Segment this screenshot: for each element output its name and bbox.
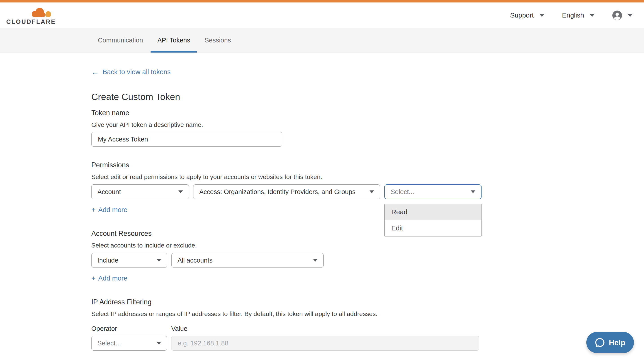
ip-value-input[interactable] (171, 336, 479, 350)
brand-accent-bar (0, 0, 644, 3)
resource-accounts-select[interactable]: All accounts (172, 253, 324, 268)
value-label: Value (171, 324, 187, 333)
cloudflare-cloud-icon (29, 6, 52, 18)
chevron-down-icon (156, 259, 161, 262)
menu-option-edit[interactable]: Edit (384, 220, 481, 236)
account-resources-section: Account Resources Select accounts to inc… (91, 229, 644, 282)
cloudflare-logo: CLOUDFLARE (6, 6, 52, 25)
permissions-heading: Permissions (91, 161, 644, 169)
resource-accounts-value: All accounts (178, 257, 212, 264)
add-more-permissions-link[interactable]: + Add more (91, 205, 128, 214)
plus-icon: + (91, 206, 96, 213)
cloudflare-logo-text: CLOUDFLARE (6, 19, 56, 25)
tab-communication[interactable]: Communication (91, 28, 150, 53)
account-resources-heading: Account Resources (91, 229, 644, 238)
menu-option-read[interactable]: Read (384, 204, 481, 220)
chevron-down-icon (539, 14, 544, 17)
permission-level-select[interactable]: Select... (384, 184, 482, 199)
language-menu-label: English (562, 12, 584, 19)
support-menu-label: Support (510, 12, 534, 19)
operator-label: Operator (91, 324, 167, 333)
language-menu[interactable]: English (562, 12, 595, 19)
account-menu[interactable] (612, 11, 633, 20)
profile-tabbar: Communication API Tokens Sessions (0, 28, 644, 53)
chevron-down-icon (590, 14, 595, 17)
add-more-resources-link[interactable]: + Add more (91, 274, 128, 282)
tab-api-tokens[interactable]: API Tokens (150, 28, 197, 53)
account-resources-description: Select accounts to include or exclude. (91, 242, 644, 249)
permission-level-menu: Read Edit (384, 204, 482, 236)
permissions-section: Permissions Select edit or read permissi… (91, 161, 644, 214)
back-link-label: Back to view all tokens (102, 68, 170, 76)
permissions-description: Select edit or read permissions to apply… (91, 173, 644, 181)
tab-sessions[interactable]: Sessions (198, 28, 238, 53)
add-more-permissions-label: Add more (98, 205, 128, 214)
chevron-down-icon (628, 14, 633, 17)
token-name-description: Give your API token a descriptive name. (91, 121, 644, 129)
permission-scope-value: Account (98, 188, 121, 196)
help-button[interactable]: Help (586, 332, 634, 353)
resource-mode-select[interactable]: Include (91, 253, 167, 268)
token-name-input[interactable] (91, 132, 282, 147)
add-more-resources-label: Add more (98, 274, 128, 282)
chevron-down-icon (156, 342, 161, 344)
back-to-tokens-link[interactable]: ← Back to view all tokens (91, 68, 170, 76)
ip-filtering-description: Select IP addresses or ranges of IP addr… (91, 310, 644, 318)
chevron-down-icon (370, 190, 374, 193)
page-title: Create Custom Token (91, 92, 644, 102)
ip-filtering-section: IP Address Filtering Select IP addresses… (91, 298, 644, 350)
left-arrow-icon: ← (91, 68, 99, 76)
token-name-heading: Token name (91, 109, 644, 117)
permission-level-placeholder: Select... (391, 188, 414, 196)
chevron-down-icon (471, 190, 475, 193)
plus-icon: + (91, 275, 96, 282)
permission-group-select[interactable]: Access: Organizations, Identity Provider… (193, 184, 380, 199)
token-name-section: Token name Give your API token a descrip… (91, 109, 644, 147)
operator-select[interactable]: Select... (91, 336, 167, 350)
ip-filtering-heading: IP Address Filtering (91, 298, 644, 306)
support-menu[interactable]: Support (510, 12, 544, 19)
header-nav: Support English (510, 11, 633, 20)
ip-field-labels: Operator Value (91, 324, 644, 333)
help-button-label: Help (609, 338, 626, 347)
chevron-down-icon (178, 190, 183, 193)
chat-bubble-icon (595, 337, 605, 348)
user-avatar-icon (612, 11, 622, 20)
main-content: ← Back to view all tokens Create Custom … (0, 53, 644, 350)
permissions-select-row: Account Access: Organizations, Identity … (91, 184, 644, 199)
permission-group-value: Access: Organizations, Identity Provider… (199, 188, 356, 196)
resource-mode-value: Include (98, 257, 118, 264)
operator-placeholder: Select... (98, 339, 121, 347)
permission-scope-select[interactable]: Account (91, 184, 189, 199)
header: CLOUDFLARE Support English (0, 3, 644, 28)
chevron-down-icon (313, 259, 318, 262)
ip-field-row: Select... (91, 336, 644, 350)
account-resources-select-row: Include All accounts (91, 253, 644, 268)
